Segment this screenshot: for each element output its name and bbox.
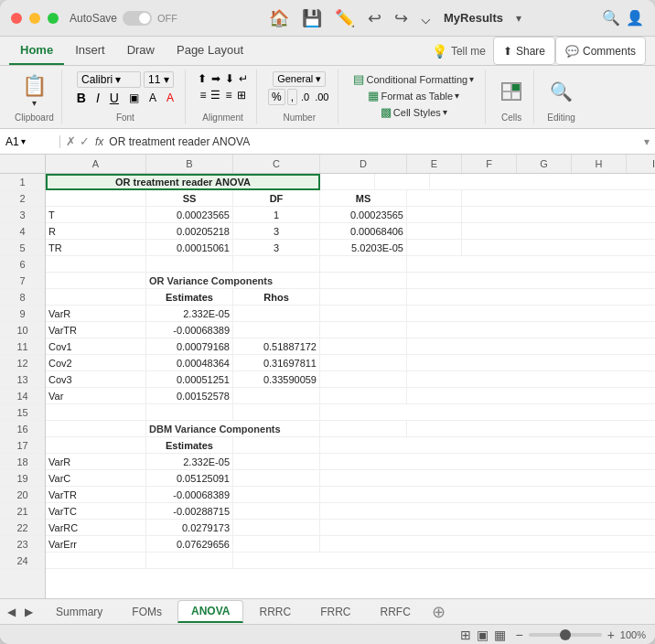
tab-home[interactable]: Home — [9, 37, 64, 65]
cell-c17[interactable] — [233, 437, 320, 454]
cell-d10[interactable] — [320, 322, 407, 338]
cell-c19[interactable] — [233, 470, 320, 487]
cell-c5[interactable]: 3 — [233, 240, 320, 256]
cells-btn[interactable] — [497, 80, 526, 103]
confirm-formula-btn[interactable]: ✓ — [80, 134, 90, 148]
cell-b12[interactable]: 0.00048364 — [146, 355, 233, 371]
zoom-out-btn[interactable]: − — [515, 628, 522, 642]
close-button[interactable] — [11, 13, 22, 24]
cell-e2[interactable] — [407, 190, 462, 207]
cell-styles-btn[interactable]: ▩ Cell Styles ▾ — [377, 104, 451, 120]
cell-a1[interactable]: OR treatment reader ANOVA — [46, 174, 320, 190]
cell-ref-arrow[interactable]: ▾ — [21, 136, 26, 146]
row-header-20[interactable]: 20 — [0, 487, 45, 503]
cell-d12[interactable] — [320, 355, 407, 371]
row-header-9[interactable]: 9 — [0, 306, 45, 322]
cell-c6[interactable] — [233, 256, 320, 273]
cell-a18[interactable]: VarR — [46, 454, 146, 470]
font-color-btn[interactable]: A — [163, 91, 177, 105]
tab-page-layout[interactable]: Page Layout — [166, 37, 254, 65]
col-header-g[interactable]: G — [517, 155, 572, 173]
col-header-i[interactable]: I — [627, 155, 655, 173]
cell-a17[interactable] — [46, 437, 146, 454]
decrease-decimal-btn[interactable]: .0 — [299, 91, 311, 103]
cell-a2[interactable] — [46, 190, 146, 207]
row-header-8[interactable]: 8 — [0, 289, 45, 306]
merge-btn[interactable]: ⊞ — [236, 88, 247, 102]
grid-view-icon[interactable]: ⊞ — [460, 628, 471, 642]
col-header-f[interactable]: F — [462, 155, 517, 173]
align-middle-btn[interactable]: ➡ — [210, 71, 221, 86]
cell-b7[interactable]: OR Variance Components — [146, 273, 320, 289]
cell-d16[interactable] — [320, 421, 407, 437]
cell-b15[interactable] — [146, 404, 233, 421]
bold-btn[interactable]: B — [73, 90, 90, 106]
user-icon[interactable]: 👤 — [626, 9, 644, 27]
cell-b19[interactable]: 0.05125091 — [146, 470, 233, 487]
cell-a8[interactable] — [46, 289, 146, 306]
cell-c4[interactable]: 3 — [233, 223, 320, 240]
cell-b20[interactable]: -0.00068389 — [146, 487, 233, 503]
row-header-13[interactable]: 13 — [0, 371, 45, 388]
cell-d3[interactable]: 0.00023565 — [320, 207, 407, 223]
minimize-button[interactable] — [29, 13, 40, 24]
maximize-button[interactable] — [48, 13, 59, 24]
cell-b14[interactable]: 0.00152578 — [146, 388, 233, 404]
comma-btn[interactable]: , — [287, 89, 297, 105]
align-bottom-btn[interactable]: ⬇ — [224, 71, 235, 86]
cell-c22[interactable] — [233, 520, 320, 536]
tab-insert[interactable]: Insert — [64, 37, 116, 65]
cell-c13[interactable]: 0.33590059 — [233, 371, 320, 388]
cell-a11[interactable]: Cov1 — [46, 338, 146, 355]
cell-b5[interactable]: 0.00015061 — [146, 240, 233, 256]
cell-b23[interactable]: 0.07629656 — [146, 536, 233, 553]
cell-a14[interactable]: Var — [46, 388, 146, 404]
home-icon[interactable]: 🏠 — [269, 8, 289, 28]
cell-a16[interactable] — [46, 421, 146, 437]
conditional-formatting-btn[interactable]: ▤ Conditional Formatting ▾ — [349, 71, 478, 87]
cell-a12[interactable]: Cov2 — [46, 355, 146, 371]
cell-e4[interactable] — [407, 223, 462, 240]
row-header-15[interactable]: 15 — [0, 404, 45, 421]
sheet-nav-left[interactable]: ◀ — [4, 604, 19, 620]
zoom-slider[interactable] — [529, 633, 602, 637]
cell-b11[interactable]: 0.00079168 — [146, 338, 233, 355]
cell-a9[interactable]: VarR — [46, 306, 146, 322]
row-header-11[interactable]: 11 — [0, 338, 45, 355]
sheet-tab-anova[interactable]: ANOVA — [177, 600, 243, 623]
cell-b8[interactable]: Estimates — [146, 289, 233, 306]
cell-d2[interactable]: MS — [320, 190, 407, 207]
cell-a15[interactable] — [46, 404, 146, 421]
cell-b2[interactable]: SS — [146, 190, 233, 207]
cell-c14[interactable] — [233, 388, 320, 404]
sheet-nav-right[interactable]: ▶ — [21, 604, 37, 620]
search-icon[interactable]: 🔍 — [602, 9, 620, 27]
sheet-tab-summary[interactable]: Summary — [42, 601, 116, 623]
more-icon[interactable]: ⌵ — [421, 8, 431, 28]
formula-expand-icon[interactable]: ▾ — [644, 135, 650, 148]
cell-c20[interactable] — [233, 487, 320, 503]
cell-e3[interactable] — [407, 207, 462, 223]
increase-decimal-btn[interactable]: .00 — [313, 91, 330, 103]
number-format-selector[interactable]: General ▾ — [273, 71, 326, 87]
cell-a4[interactable]: R — [46, 223, 146, 240]
cell-a3[interactable]: T — [46, 207, 146, 223]
percent-btn[interactable]: % — [268, 89, 285, 105]
align-top-btn[interactable]: ⬆ — [197, 71, 208, 86]
cell-b9[interactable]: 2.332E-05 — [146, 306, 233, 322]
cell-a21[interactable]: VarTC — [46, 503, 146, 520]
cell-a20[interactable]: VarTR — [46, 487, 146, 503]
cell-a13[interactable]: Cov3 — [46, 371, 146, 388]
italic-btn[interactable]: I — [92, 90, 103, 106]
row-header-24[interactable]: 24 — [0, 553, 45, 569]
row-header-7[interactable]: 7 — [0, 273, 45, 289]
row-header-6[interactable]: 6 — [0, 256, 45, 273]
row-header-23[interactable]: 23 — [0, 536, 45, 553]
cell-b21[interactable]: -0.00288715 — [146, 503, 233, 520]
cell-a22[interactable]: VarRC — [46, 520, 146, 536]
row-header-5[interactable]: 5 — [0, 240, 45, 256]
font-name-selector[interactable]: Calibri ▾ — [77, 71, 141, 88]
cell-d8[interactable] — [320, 289, 407, 306]
page-view-icon[interactable]: ▣ — [477, 628, 489, 642]
cell-b13[interactable]: 0.00051251 — [146, 371, 233, 388]
